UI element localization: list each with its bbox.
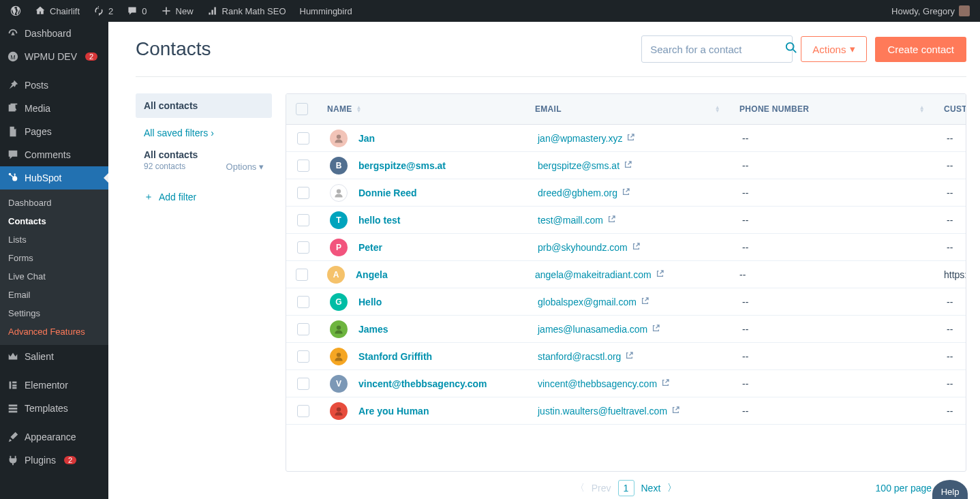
user-avatar-icon [959,5,970,16]
user-menu[interactable]: Howdy, Gregory [887,0,975,22]
column-email[interactable]: EMAIL▲▼ [525,104,730,114]
sidebar-item-comments[interactable]: Comments [0,143,108,166]
submenu-forms[interactable]: Forms [0,249,108,267]
contact-name-link[interactable]: Donnie Reed [358,187,417,198]
actions-button[interactable]: Actions ▾ [801,36,867,62]
row-checkbox[interactable] [297,214,309,226]
sidebar-label: Media [25,103,50,114]
next-button[interactable]: Next [641,483,661,494]
contact-email-link[interactable]: justin.waulters@fueltravel.com [538,406,680,417]
contact-email-link[interactable]: angela@makeitradiant.com [535,269,664,280]
options-dropdown[interactable]: Options ▾ [226,162,264,172]
sidebar-item-salient[interactable]: Salient [0,345,108,368]
contact-email-link[interactable]: globalspex@gmail.com [538,297,649,307]
row-checkbox[interactable] [297,296,309,308]
contact-name-link[interactable]: hello test [358,215,400,226]
select-all-checkbox[interactable] [296,103,308,115]
sort-icon: ▲▼ [356,106,362,112]
create-contact-button[interactable]: Create contact [875,37,966,62]
sidebar-item-posts[interactable]: Posts [0,74,108,97]
add-filter-button[interactable]: ＋ Add filter [136,191,272,203]
submenu-dashboard[interactable]: Dashboard [0,194,108,212]
contact-email-link[interactable]: james@lunasamedia.com [538,324,660,335]
submenu-email[interactable]: Email [0,286,108,304]
new-menu[interactable]: New [156,0,198,22]
custom-value: -- [947,160,953,171]
sidebar-item-media[interactable]: Media [0,97,108,120]
table-row: Thello testtest@maill.com ---- [286,207,966,234]
rankmath-menu[interactable]: Rank Math SEO [202,0,291,22]
prev-button[interactable]: Prev [592,483,611,494]
submenu-advanced[interactable]: Advanced Features [0,322,108,341]
contact-name-link[interactable]: bergspitze@sms.at [358,160,446,171]
sidebar-item-hubspot[interactable]: HubSpot [0,166,108,190]
sidebar-item-elementor[interactable]: Elementor [0,374,108,397]
contact-name-link[interactable]: Jan [358,133,375,144]
submenu-lists[interactable]: Lists [0,230,108,249]
per-page-dropdown[interactable]: 100 per page ▾ [876,483,939,494]
contact-name-link[interactable]: vincent@thebbsagency.com [358,378,487,389]
sidebar-item-dashboard[interactable]: Dashboard [0,22,108,45]
contact-email-link[interactable]: stanford@racstl.org [538,351,634,362]
refresh-icon [93,5,104,16]
column-phone[interactable]: PHONE NUMBER▲▼ [730,104,934,114]
contact-name-link[interactable]: Hello [358,297,382,307]
row-checkbox[interactable] [297,160,309,172]
search-input[interactable] [650,44,780,55]
submenu-contacts[interactable]: Contacts [0,212,108,230]
contact-name-link[interactable]: Peter [358,242,382,253]
contact-email-link[interactable]: prb@skyhoundz.com [538,242,641,253]
sidebar-item-plugins[interactable]: Plugins 2 [0,449,108,472]
row-checkbox[interactable] [297,350,309,363]
search-box[interactable] [641,35,793,63]
contact-email-link[interactable]: jan@wpmastery.xyz [538,133,635,144]
row-checkbox[interactable] [297,187,309,199]
column-name[interactable]: NAME▲▼ [318,104,525,114]
contact-email-link[interactable]: bergspitze@sms.at [538,160,632,171]
table-row: Stanford Griffithstanford@racstl.org ---… [286,343,966,370]
avatar-icon [330,320,348,338]
sidebar-label: Comments [25,149,71,160]
row-checkbox[interactable] [296,269,308,281]
search-icon[interactable] [785,42,797,57]
svg-rect-6 [12,382,16,384]
contact-email-link[interactable]: dreed@gbhem.org [538,187,630,198]
contact-email-link[interactable]: vincent@thebbsagency.com [538,378,670,389]
contact-email-link[interactable]: test@maill.com [538,215,616,226]
sidebar-item-wpmu[interactable]: M WPMU DEV 2 [0,45,108,68]
page-number[interactable]: 1 [618,480,634,496]
sidebar-label: Appearance [25,432,76,442]
sidebar-item-templates[interactable]: Templates [0,397,108,420]
table-row: Are you Humanjustin.waulters@fueltravel.… [286,397,966,425]
row-checkbox[interactable] [297,405,309,417]
row-checkbox[interactable] [297,241,309,254]
avatar-icon [330,348,348,365]
comments-menu[interactable]: 0 [122,0,151,22]
wordpress-icon [10,5,21,16]
phone-value: -- [742,351,748,362]
row-checkbox[interactable] [297,378,309,390]
column-custom[interactable]: CUSTOM [934,104,966,114]
avatar-icon [330,130,348,147]
submenu-settings[interactable]: Settings [0,304,108,322]
updates-menu[interactable]: 2 [89,0,118,22]
pagination: 〈 Prev 1 Next 〉 100 per page ▾ [286,472,966,499]
gauge-icon [7,27,19,40]
next-arrow-icon[interactable]: 〉 [667,482,677,494]
site-menu[interactable]: Chairlift [30,0,85,22]
contact-name-link[interactable]: Are you Human [358,406,429,417]
saved-filters-link[interactable]: All saved filters › [136,127,272,138]
contact-name-link[interactable]: Angela [356,269,388,280]
contact-name-link[interactable]: James [358,324,388,335]
sidebar-item-pages[interactable]: Pages [0,120,108,143]
custom-value: -- [947,378,953,389]
row-checkbox[interactable] [297,132,309,145]
wp-logo-menu[interactable] [5,0,26,22]
hummingbird-menu[interactable]: Hummingbird [295,0,357,22]
row-checkbox[interactable] [297,323,309,335]
prev-arrow-icon[interactable]: 〈 [575,482,585,494]
all-contacts-tab[interactable]: All contacts [136,93,272,118]
sidebar-item-appearance[interactable]: Appearance [0,425,108,449]
contact-name-link[interactable]: Stanford Griffith [358,351,432,362]
submenu-livechat[interactable]: Live Chat [0,267,108,286]
